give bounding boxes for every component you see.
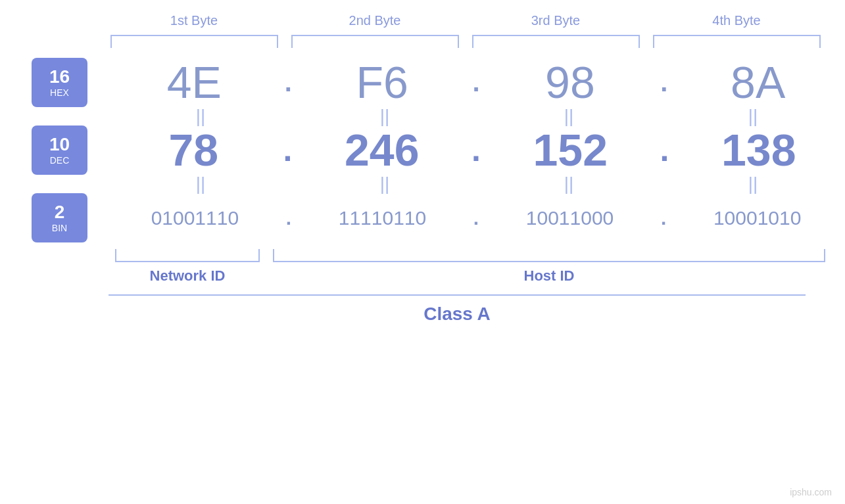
eq1-3: ||: [477, 107, 661, 126]
host-id-label: Host ID: [273, 267, 825, 285]
eq2-3: ||: [477, 175, 661, 193]
bin-val-4: 10001010: [669, 207, 845, 229]
bin-val-2: 11110110: [295, 207, 470, 229]
class-bracket-line: [109, 294, 806, 296]
bin-badge: 2 BIN: [32, 193, 87, 242]
hex-dot-3: .: [660, 68, 667, 97]
dec-row: 10 DEC 78 . 246 . 152 . 138: [0, 126, 845, 175]
equals-row-1: || || || ||: [0, 107, 845, 126]
eq2-4: ||: [661, 175, 845, 193]
bin-dot-1: .: [286, 207, 291, 229]
eq1-2: ||: [293, 107, 477, 126]
hex-dot-1: .: [285, 68, 292, 97]
bin-values: 01001110 . 11110110 . 10011000 . 1000101…: [107, 207, 845, 229]
id-labels: Network ID Host ID: [109, 267, 832, 285]
byte-label-4: 4th Byte: [646, 13, 827, 28]
host-bracket: [273, 249, 825, 262]
hex-dot-2: .: [472, 68, 479, 97]
bin-dot-3: .: [661, 207, 666, 229]
dec-val-2: 246: [295, 126, 468, 175]
dec-dot-2: .: [471, 131, 481, 169]
hex-badge: 16 HEX: [32, 58, 87, 107]
hex-values: 4E . F6 . 98 . 8A: [107, 58, 845, 107]
dec-values: 78 . 246 . 152 . 138: [107, 126, 845, 175]
main-container: 1st Byte 2nd Byte 3rd Byte 4th Byte 16 H…: [0, 0, 845, 504]
watermark: ipshu.com: [790, 487, 832, 497]
byte-labels-row: 1st Byte 2nd Byte 3rd Byte 4th Byte: [104, 13, 827, 28]
bracket-3: [472, 35, 640, 48]
eq2-1: ||: [109, 175, 293, 193]
bin-dot-2: .: [473, 207, 479, 229]
top-brackets: [104, 35, 827, 48]
class-label: Class A: [109, 304, 806, 325]
equals-row-2: || || || ||: [0, 175, 845, 193]
hex-val-1: 4E: [107, 58, 281, 107]
dec-val-4: 138: [672, 126, 845, 175]
bin-base-number: 2: [55, 203, 65, 221]
hex-val-4: 8A: [671, 58, 845, 107]
dec-val-3: 152: [484, 126, 657, 175]
byte-label-1: 1st Byte: [104, 13, 285, 28]
dec-dot-3: .: [660, 131, 669, 169]
bottom-brackets-container: [109, 249, 832, 262]
hex-base-number: 16: [49, 68, 70, 86]
dec-val-1: 78: [107, 126, 280, 175]
byte-label-3: 3rd Byte: [466, 13, 646, 28]
network-id-label: Network ID: [115, 267, 260, 285]
dec-base-label: DEC: [50, 155, 70, 166]
eq1-4: ||: [661, 107, 845, 126]
dec-base-number: 10: [49, 135, 70, 154]
bin-val-3: 10011000: [482, 207, 658, 229]
byte-label-2: 2nd Byte: [285, 13, 466, 28]
dec-dot-1: .: [283, 131, 293, 169]
bin-row: 2 BIN 01001110 . 11110110 . 10011000 . 1…: [0, 193, 845, 242]
dec-badge: 10 DEC: [32, 126, 87, 175]
network-bracket: [115, 249, 260, 262]
hex-row: 16 HEX 4E . F6 . 98 . 8A: [0, 58, 845, 107]
eq1-1: ||: [109, 107, 293, 126]
hex-val-2: F6: [295, 58, 470, 107]
bin-base-label: BIN: [52, 223, 67, 233]
bracket-4: [653, 35, 821, 48]
bin-val-1: 01001110: [107, 207, 283, 229]
bracket-1: [110, 35, 278, 48]
bracket-2: [291, 35, 459, 48]
class-row: Class A: [0, 294, 845, 325]
hex-val-3: 98: [483, 58, 658, 107]
eq2-2: ||: [293, 175, 477, 193]
hex-base-label: HEX: [50, 87, 69, 98]
bottom-area: Network ID Host ID: [0, 249, 845, 285]
